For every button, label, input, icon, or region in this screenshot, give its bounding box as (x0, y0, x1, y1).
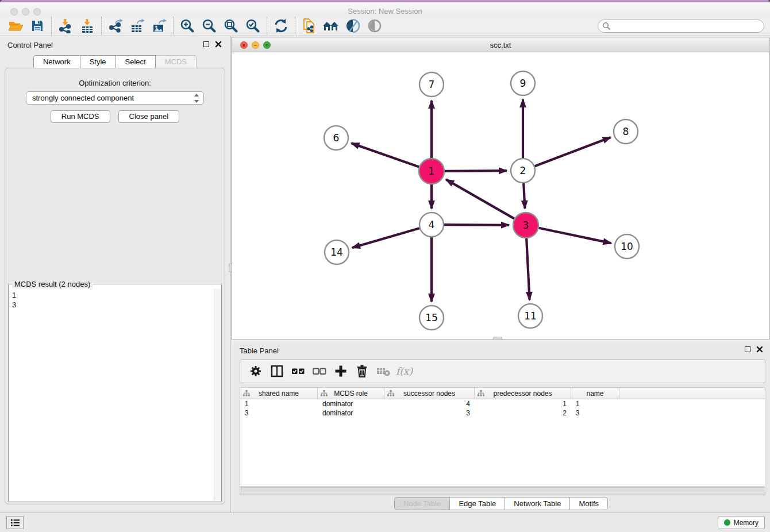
graph-edge-4-3[interactable] (444, 225, 509, 225)
network-graph[interactable]: 7968124314101511 (232, 52, 769, 340)
cell-mcds-role[interactable]: dominator (318, 399, 384, 408)
close-panel-button[interactable]: Close panel (118, 110, 180, 123)
add-column-button[interactable] (330, 361, 351, 381)
close-panel-icon[interactable] (215, 41, 222, 48)
table-tabs: Node Table Edge Table Network Table Moti… (232, 497, 770, 510)
vertical-splitter-handle[interactable] (229, 263, 232, 272)
graph-node-label-11: 11 (524, 310, 537, 322)
import-table-icon (80, 18, 95, 33)
cell-predecessor-nodes[interactable]: 1 (475, 399, 571, 408)
graphics-details-button[interactable] (342, 17, 364, 35)
control-panel: Control Panel Network Style Select MCDS … (0, 36, 230, 512)
zoom-out-button[interactable] (198, 17, 220, 35)
column-header-predecessor-nodes[interactable]: predecessor nodes (475, 388, 571, 399)
open-session-button[interactable] (5, 17, 26, 35)
status-bar: Memory (0, 512, 770, 532)
network-canvas[interactable]: 7968124314101511 (232, 52, 769, 340)
attribute-icon (321, 390, 328, 397)
run-mcds-button[interactable]: Run MCDS (51, 110, 110, 123)
delete-table-button[interactable] (372, 361, 394, 381)
column-header-name[interactable]: name (571, 388, 619, 399)
graph-node-label-7: 7 (429, 79, 435, 90)
birds-eye-view-button[interactable] (364, 17, 386, 35)
column-header-shared-name[interactable]: shared name (240, 388, 318, 399)
graph-edge-2-8[interactable] (535, 137, 611, 166)
table-row[interactable]: 3 dominator 3 2 3 (240, 408, 765, 418)
graph-node-label-8: 8 (623, 126, 629, 137)
import-table-button[interactable] (76, 17, 98, 35)
graph-edge-1-6[interactable] (351, 143, 419, 167)
zoom-fit-button[interactable] (220, 17, 242, 35)
tab-style[interactable]: Style (80, 55, 116, 68)
tab-network[interactable]: Network (33, 55, 80, 68)
zoom-in-button[interactable] (176, 17, 198, 35)
zoom-out-icon (202, 18, 217, 33)
mcds-result-text[interactable]: 1 3 (10, 289, 213, 500)
export-network-button[interactable] (105, 17, 126, 35)
export-image-button[interactable] (148, 17, 170, 35)
cell-mcds-role[interactable]: dominator (318, 408, 384, 418)
export-table-button[interactable] (126, 17, 148, 35)
result-scrollbar[interactable] (214, 289, 221, 500)
table-toolbar: f(x) (240, 359, 765, 383)
column-header-successor-nodes[interactable]: successor nodes (384, 388, 475, 399)
column-header-mcds-role[interactable]: MCDS role (318, 388, 384, 399)
graph-edge-4-14[interactable] (352, 228, 419, 248)
tab-node-table[interactable]: Node Table (394, 497, 451, 510)
save-session-button[interactable] (26, 17, 48, 35)
checked-boxes-icon (291, 364, 306, 378)
tab-mcds[interactable]: MCDS (156, 55, 197, 68)
float-panel-icon[interactable] (203, 41, 209, 47)
float-table-panel-icon[interactable] (745, 346, 750, 352)
mcds-result-title: MCDS result (2 nodes) (12, 280, 93, 288)
table-options-button[interactable] (245, 361, 266, 381)
cell-predecessor-nodes[interactable]: 2 (475, 408, 571, 418)
cell-name[interactable]: 1 (571, 399, 619, 408)
control-panel-header: Control Panel (0, 36, 230, 53)
cell-shared-name[interactable]: 3 (240, 408, 318, 418)
export-image-icon (152, 18, 167, 33)
column-label: successor nodes (403, 390, 455, 398)
toolbar-separator (173, 17, 174, 35)
delete-columns-button[interactable] (351, 361, 372, 381)
cell-successor-nodes[interactable]: 3 (384, 408, 475, 418)
table-row[interactable]: 1 dominator 4 1 1 (240, 399, 765, 408)
graph-node-label-6: 6 (333, 132, 340, 144)
horizontal-splitter-handle[interactable] (493, 337, 502, 340)
zoom-selected-button[interactable] (242, 17, 264, 35)
graph-edge-3-1[interactable] (446, 179, 514, 218)
graph-edge-2-3[interactable] (523, 183, 525, 209)
select-all-rows-button[interactable] (287, 361, 309, 381)
tab-network-table[interactable]: Network Table (505, 497, 570, 510)
memory-button[interactable]: Memory (718, 516, 765, 529)
cell-name[interactable]: 3 (571, 408, 619, 418)
graph-node-label-14: 14 (330, 246, 343, 258)
memory-label: Memory (734, 519, 759, 527)
tab-select[interactable]: Select (116, 55, 156, 68)
graph-edge-3-11[interactable] (526, 238, 529, 300)
tab-edge-table[interactable]: Edge Table (450, 497, 505, 510)
table-horizontal-scrollbar[interactable] (240, 487, 765, 495)
tab-motifs[interactable]: Motifs (570, 497, 608, 510)
attribute-icon (387, 390, 394, 397)
criterion-select[interactable]: strongly connected component (26, 91, 204, 105)
cell-shared-name[interactable]: 1 (240, 399, 318, 408)
function-builder-button[interactable]: f(x) (394, 361, 415, 381)
show-column-panel-button[interactable] (266, 361, 287, 381)
gear-icon (249, 364, 263, 378)
graph-edge-1-2[interactable] (445, 171, 507, 171)
column-label: MCDS role (334, 390, 368, 398)
search-input[interactable] (598, 20, 764, 33)
show-all-views-button[interactable] (320, 17, 342, 35)
deselect-all-rows-button[interactable] (309, 361, 330, 381)
import-network-button[interactable] (55, 17, 76, 35)
refresh-view-button[interactable] (270, 17, 292, 35)
plus-icon (334, 364, 348, 378)
close-table-panel-icon[interactable] (756, 346, 763, 353)
select-stepper-icon (193, 94, 200, 103)
graph-edge-3-10[interactable] (539, 228, 611, 244)
task-history-button[interactable] (6, 516, 24, 529)
node-table[interactable]: shared name MCDS role successor nodes pr… (240, 387, 765, 487)
duplicate-network-button[interactable] (298, 17, 320, 35)
cell-successor-nodes[interactable]: 4 (384, 399, 475, 408)
